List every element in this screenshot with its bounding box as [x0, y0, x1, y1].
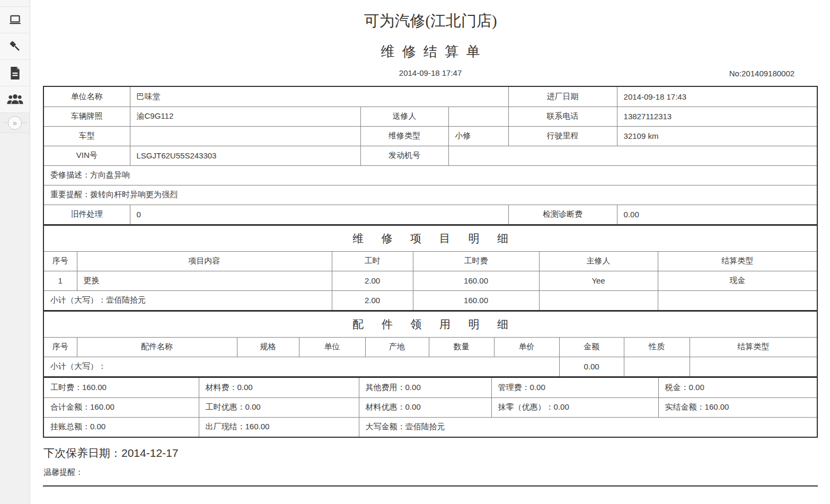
- total-amount: 合计金额：160.00: [44, 397, 199, 417]
- management-fee: 管理费：0.00: [491, 378, 658, 397]
- table-row: 委修描述：方向盘异响: [44, 165, 817, 185]
- sidebar-expand-button[interactable]: »: [0, 113, 30, 133]
- item-mechanic: Yee: [539, 271, 658, 290]
- parts-subtotal-row: 小计（大写）： 0.00: [44, 357, 817, 376]
- plate-value: 渝C9G112: [130, 107, 360, 126]
- mileage-label: 行驶里程: [508, 126, 617, 146]
- parts-subtotal-label: 小计（大写）：: [44, 357, 559, 376]
- users-icon: [7, 93, 23, 107]
- col-header-part-name: 配件名称: [77, 337, 237, 357]
- sidebar: »: [0, 0, 30, 504]
- col-header-settle-type: 结算类型: [658, 251, 817, 271]
- table-row: 合计金额：160.00 工时优惠：0.00 材料优惠：0.00 抹零（优惠）：0…: [44, 397, 817, 417]
- unit-name-value: 巴味堂: [130, 87, 508, 107]
- empty-cell: [658, 290, 817, 310]
- col-header-nature: 性质: [624, 337, 690, 357]
- vin-value: LSGJT62U55S243303: [130, 146, 360, 165]
- expand-divider-line: [3, 122, 7, 123]
- repair-type-label: 维修类型: [360, 126, 448, 146]
- col-header-seq: 序号: [44, 251, 77, 271]
- repair-items-subtotal-row: 小计（大写）：壹佰陆拾元 2.00 160.00: [44, 290, 817, 310]
- print-datetime: 2014-09-18 17:47: [43, 68, 818, 77]
- parts-table: 配件领用明细 序号 配件名称 规格 单位 产地 数量 单价 金额 性质 结算类型…: [44, 312, 817, 376]
- labor-fee-total: 工时费：160.00: [44, 378, 199, 397]
- col-header-settle-type: 结算类型: [690, 337, 817, 357]
- settlement-document: 可为汽修(江北门店) 维修结算单 2014-09-18 17:47 No:201…: [30, 0, 830, 504]
- table-row: 挂账总额：0.00 出厂现结：160.00 大写金额：壹佰陆拾元: [44, 417, 817, 437]
- table-row: 车辆牌照 渝C9G112 送修人 联系电话 13827112313: [44, 107, 817, 126]
- empty-cell: [539, 290, 658, 310]
- col-header-unit-price: 单价: [494, 337, 559, 357]
- vin-label: VIN号: [44, 146, 130, 165]
- empty-cell: [624, 357, 690, 376]
- expand-divider-line: [22, 122, 27, 123]
- col-header-labor-fee: 工时费: [413, 251, 539, 271]
- vehicle-info-table: 单位名称 巴味堂 进厂日期 2014-09-18 17:43 车辆牌照 渝C9G…: [44, 87, 817, 224]
- table-row: 重要提醒：拨转向杆时异响更为强烈: [44, 185, 817, 205]
- sidebar-filler: [0, 133, 30, 504]
- parts-section-title: 配件领用明细: [44, 312, 817, 337]
- final-amount: 实结金额：160.00: [658, 397, 817, 417]
- item-content: 更换: [77, 271, 332, 290]
- repair-type-value: 小修: [448, 126, 508, 146]
- material-fee: 材料费：0.00: [199, 378, 359, 397]
- table-row: 工时费：160.00 材料费：0.00 其他费用：0.00 管理费：0.00 税…: [44, 378, 817, 397]
- labor-subtotal-label: 小计（大写）：壹佰陆拾元: [44, 290, 332, 310]
- gavel-icon: [8, 39, 22, 54]
- repair-items-table: 维修项目明细 序号 项目内容 工时 工时费 主修人 结算类型 1 更换 2.00…: [44, 226, 817, 310]
- repair-items-section-title-row: 维修项目明细: [44, 226, 817, 251]
- plate-label: 车辆牌照: [44, 107, 130, 126]
- document-icon: [9, 66, 21, 80]
- material-discount: 材料优惠：0.00: [359, 397, 491, 417]
- sender-value: [448, 107, 508, 126]
- entry-date-label: 进厂日期: [508, 87, 617, 107]
- item-seq: 1: [44, 271, 77, 290]
- parts-subtotal-amount: 0.00: [559, 357, 624, 376]
- labor-subtotal-hours: 2.00: [332, 290, 413, 310]
- entry-date-value: 2014-09-18 17:43: [617, 87, 817, 107]
- col-header-hours: 工时: [332, 251, 413, 271]
- sidebar-item-users[interactable]: [0, 86, 30, 113]
- table-row: 旧件处理 0 检测诊断费 0.00: [44, 205, 817, 224]
- parts-header-row: 序号 配件名称 规格 单位 产地 数量 单价 金额 性质 结算类型: [44, 337, 817, 357]
- document-type-title: 维修结算单: [43, 42, 818, 61]
- phone-label: 联系电话: [508, 107, 617, 126]
- item-labor-fee: 160.00: [413, 271, 539, 290]
- labor-discount: 工时优惠：0.00: [199, 397, 359, 417]
- repair-items-header-row: 序号 项目内容 工时 工时费 主修人 结算类型: [44, 251, 817, 271]
- tax-fee: 税金：0.00: [658, 378, 817, 397]
- credit-total: 挂账总额：0.00: [44, 417, 199, 437]
- parts-section-title-row: 配件领用明细: [44, 312, 817, 337]
- footer-divider-line: [43, 485, 818, 487]
- other-fee: 其他费用：0.00: [359, 378, 491, 397]
- monitor-icon: [8, 13, 22, 27]
- settlement-table: 单位名称 巴味堂 进厂日期 2014-09-18 17:43 车辆牌照 渝C9G…: [43, 86, 818, 438]
- sidebar-item-repair[interactable]: [0, 33, 30, 60]
- sidebar-item-document[interactable]: [0, 60, 30, 86]
- col-header-mechanic: 主修人: [539, 251, 658, 271]
- warm-tips-label: 温馨提醒：: [43, 467, 818, 478]
- col-header-unit: 单位: [299, 337, 365, 357]
- engine-no-label: 发动机号: [360, 146, 448, 165]
- document-number: No:201409180002: [729, 69, 794, 78]
- mileage-value: 32109 km: [617, 126, 817, 146]
- next-maintenance-date: 下次保养日期：2014-12-17: [43, 446, 818, 461]
- important-note: 重要提醒：拨转向杆时异响更为强烈: [44, 185, 817, 205]
- model-value: [130, 126, 360, 146]
- diagnosis-fee-value: 0.00: [617, 205, 817, 224]
- table-row: VIN号 LSGJT62U55S243303 发动机号: [44, 146, 817, 165]
- totals-table: 工时费：160.00 材料费：0.00 其他费用：0.00 管理费：0.00 税…: [44, 378, 817, 437]
- item-hours: 2.00: [332, 271, 413, 290]
- col-header-origin: 产地: [365, 337, 429, 357]
- sidebar-item-monitor[interactable]: [0, 7, 30, 33]
- sidebar-top-strip: [0, 0, 30, 7]
- unit-name-label: 单位名称: [44, 87, 130, 107]
- diagnosis-fee-label: 检测诊断费: [508, 205, 617, 224]
- repair-description: 委修描述：方向盘异响: [44, 165, 817, 185]
- document-meta: 2014-09-18 17:47 No:201409180002: [43, 68, 818, 84]
- old-parts-value: 0: [130, 205, 508, 224]
- chevron-expand-icon: »: [8, 116, 22, 130]
- item-settle-type: 现金: [658, 271, 817, 290]
- col-header-qty: 数量: [429, 337, 494, 357]
- cash-on-exit: 出厂现结：160.00: [199, 417, 359, 437]
